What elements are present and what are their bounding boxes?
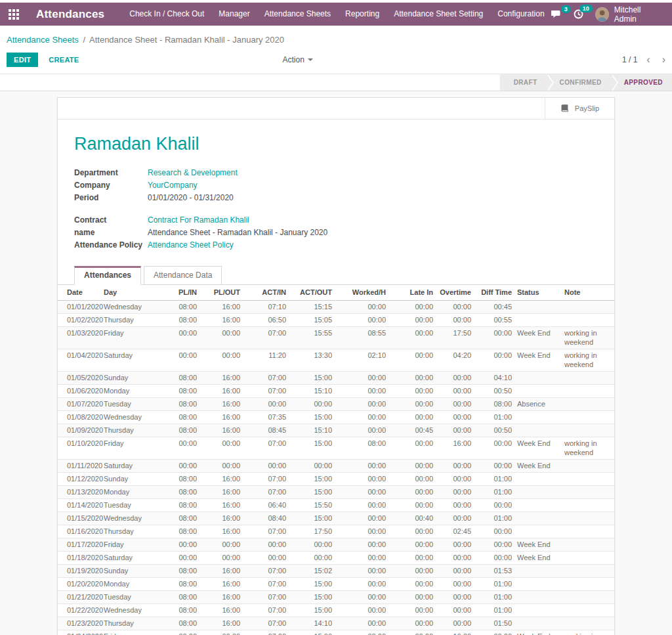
edit-button[interactable]: EDIT [7, 53, 38, 67]
table-row[interactable]: 01/02/2020Thursday08:0016:0006:5015:0500… [58, 314, 614, 327]
table-row[interactable]: 01/19/2020Sunday08:0016:0007:0015:0200:0… [58, 565, 614, 578]
notebook-tabs: Attendances Attendance Data [74, 266, 614, 285]
tab-attendances[interactable]: Attendances [74, 266, 141, 285]
column-header-late-in[interactable]: Late In [388, 285, 436, 301]
nav-item-attendance-sheets[interactable]: Attendance Sheets [258, 3, 337, 26]
table-row[interactable]: 01/04/2020Saturday00:0000:0011:2013:3002… [58, 349, 614, 372]
field-department-value[interactable]: Research & Development [148, 169, 238, 177]
cell-note [562, 552, 614, 565]
column-header-day[interactable]: Day [101, 285, 158, 301]
column-header-pl-out[interactable]: PL/OUT [200, 285, 243, 301]
cell-late-in: 00:00 [388, 565, 436, 578]
table-row[interactable]: 01/24/2020Friday00:0000:0007:0015:0008:0… [58, 630, 614, 635]
cell-act-in: 06:50 [243, 314, 289, 327]
table-row[interactable]: 01/10/2020Friday00:0000:0007:0015:0008:0… [58, 437, 614, 460]
nav-item-reporting[interactable]: Reporting [339, 3, 386, 26]
messages-button[interactable]: 3 [551, 10, 562, 19]
pager-next-icon[interactable]: › [662, 55, 665, 64]
cell-worked-h: 08:00 [335, 630, 388, 635]
cell-pl-in: 08:00 [158, 525, 200, 538]
action-dropdown-label: Action [282, 55, 304, 64]
cell-overtime: 00:00 [436, 617, 474, 630]
table-row[interactable]: 01/14/2020Tuesday08:0016:0006:4015:5000:… [58, 499, 614, 512]
table-row[interactable]: 01/07/2020Tuesday08:0016:0000:0000:0000:… [58, 398, 614, 411]
field-contract-value[interactable]: Contract For Ramadan Khalil [148, 216, 249, 225]
table-row[interactable]: 01/21/2020Tuesday08:0016:0007:0015:0000:… [58, 591, 614, 604]
user-menu[interactable]: Mitchell Admin [595, 5, 663, 24]
pager-previous-icon[interactable]: ‹ [646, 55, 650, 64]
nav-item-manager[interactable]: Manager [212, 3, 256, 26]
nav-item-configuration[interactable]: Configuration [491, 3, 551, 26]
cell-worked-h: 00:00 [335, 617, 388, 630]
cell-overtime: 00:00 [436, 314, 474, 327]
nav-item-attendance-sheet-setting[interactable]: Attendance Sheet Setting [387, 3, 490, 26]
table-row[interactable]: 01/06/2020Monday08:0016:0007:0015:1000:0… [58, 385, 614, 398]
column-header-status[interactable]: Status [514, 285, 562, 301]
cell-overtime: 00:00 [436, 398, 474, 411]
column-header-diff-time[interactable]: Diff Time [474, 285, 514, 301]
table-row[interactable]: 01/08/2020Wednesday08:0016:0007:3515:000… [58, 411, 614, 424]
cell-pl-out: 16:00 [200, 486, 243, 499]
cell-worked-h: 00:00 [335, 372, 388, 385]
table-row[interactable]: 01/09/2020Thursday08:0016:0008:4515:1000… [58, 424, 614, 437]
table-row[interactable]: 01/15/2020Wednesday08:0016:0008:4015:000… [58, 512, 614, 525]
column-header-worked-h[interactable]: Worked/H [335, 285, 388, 301]
table-row[interactable]: 01/11/2020Saturday00:0000:0000:0000:0000… [58, 460, 614, 473]
cell-worked-h: 00:00 [335, 486, 388, 499]
status-step-confirmed[interactable]: CONFIRMED [547, 74, 611, 91]
cell-day: Thursday [101, 314, 158, 327]
cell-worked-h: 00:00 [335, 301, 388, 314]
status-step-draft[interactable]: DRAFT [501, 74, 547, 91]
action-dropdown[interactable]: Action [282, 55, 312, 64]
create-button[interactable]: CREATE [42, 53, 85, 66]
table-row[interactable]: 01/13/2020Monday08:0016:0007:0015:0000:0… [58, 486, 614, 499]
table-row[interactable]: 01/05/2020Sunday08:0016:0007:0015:0000:0… [58, 372, 614, 385]
nav-menu: Check In / Check Out Manager Attendance … [123, 3, 551, 26]
cell-date: 01/08/2020 [58, 411, 101, 424]
cell-late-in: 00:00 [388, 486, 436, 499]
cell-diff-time: 04:10 [474, 372, 514, 385]
messages-count-badge: 3 [561, 5, 571, 13]
column-header-note[interactable]: Note [562, 285, 614, 301]
cell-worked-h: 00:00 [335, 424, 388, 437]
cell-worked-h: 00:00 [335, 460, 388, 473]
field-name: name Attendance Sheet - Ramadan Khalil -… [74, 229, 614, 237]
table-row[interactable]: 01/12/2020Sunday08:0016:0007:0015:0000:0… [58, 473, 614, 486]
cell-diff-time: 00:55 [474, 314, 514, 327]
table-row[interactable]: 01/01/2020Wednesday08:0016:0007:1015:150… [58, 301, 614, 314]
payslip-button[interactable]: PaySlip [545, 98, 614, 119]
cell-overtime: 00:00 [436, 460, 474, 473]
column-header-act-in[interactable]: ACT/IN [243, 285, 289, 301]
cell-pl-in: 08:00 [158, 314, 200, 327]
field-attendance-policy-value[interactable]: Attendance Sheet Policy [148, 241, 234, 250]
cell-pl-in: 08:00 [158, 424, 200, 437]
status-step-approved[interactable]: APPROVED [611, 74, 672, 91]
tab-attendance-data[interactable]: Attendance Data [144, 266, 222, 285]
cell-worked-h: 00:00 [335, 411, 388, 424]
column-header-act-out[interactable]: ACT/OUT [289, 285, 335, 301]
nav-item-checkin-checkout[interactable]: Check In / Check Out [123, 3, 211, 26]
control-panel-buttons: EDIT CREATE Action 1 / 1 ‹ › [0, 49, 672, 74]
activities-button[interactable]: 10 [574, 9, 583, 19]
cell-worked-h: 00:00 [335, 525, 388, 538]
table-row[interactable]: 01/03/2020Friday00:0000:0007:0015:5508:5… [58, 327, 614, 349]
table-row[interactable]: 01/20/2020Monday08:0016:0007:0015:0000:0… [58, 578, 614, 591]
cell-late-in: 00:00 [388, 372, 436, 385]
app-title[interactable]: Attendances [36, 8, 104, 21]
cell-overtime: 17:50 [436, 327, 474, 349]
apps-menu-button[interactable] [0, 3, 27, 26]
table-row[interactable]: 01/16/2020Thursday08:0016:0007:0017:5000… [58, 525, 614, 538]
field-company-value[interactable]: YourCompany [148, 181, 198, 190]
table-row[interactable]: 01/23/2020Thursday08:0016:0007:0014:1000… [58, 617, 614, 630]
column-header-overtime[interactable]: Overtime [436, 285, 474, 301]
cell-worked-h: 00:00 [335, 565, 388, 578]
table-row[interactable]: 01/17/2020Friday00:0000:0000:0000:0000:0… [58, 538, 614, 552]
cell-note: working in weekend [562, 349, 614, 372]
breadcrumb-parent-link[interactable]: Attendance Sheets [7, 35, 79, 45]
column-header-date[interactable]: Date [58, 285, 101, 301]
table-row[interactable]: 01/22/2020Wednesday08:0016:0007:0015:000… [58, 604, 614, 617]
cell-act-out: 15:00 [289, 486, 335, 499]
table-row[interactable]: 01/18/2020Saturday00:0000:0000:0000:0000… [58, 552, 614, 565]
column-header-pl-in[interactable]: PL/IN [158, 285, 200, 301]
cell-act-out: 15:00 [289, 630, 335, 635]
